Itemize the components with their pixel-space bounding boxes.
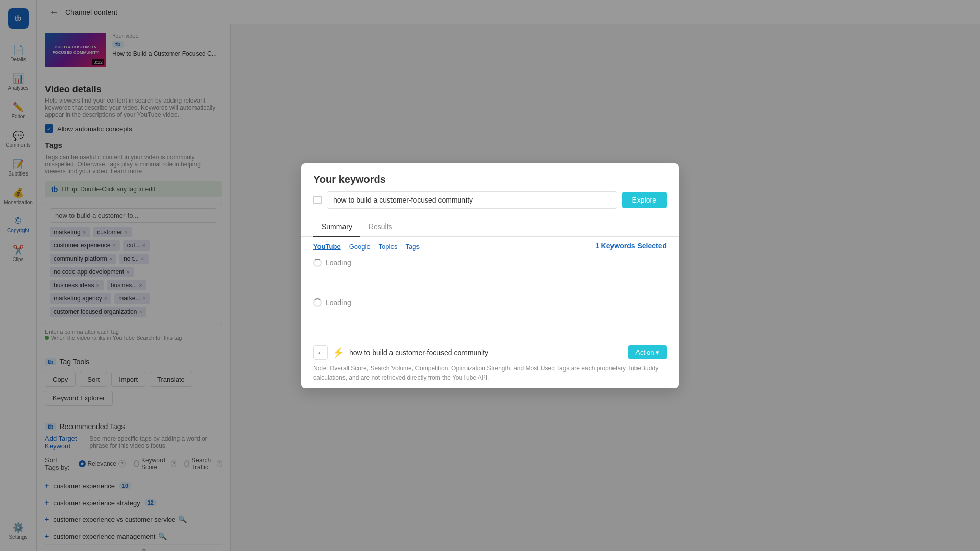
explore-button[interactable]: Explore <box>622 192 667 208</box>
keyword-result-row: ← ⚡ how to build a customer-focused comm… <box>313 345 667 360</box>
keyword-explorer-modal: Your keywords Explore Summary Results 1 … <box>301 163 679 388</box>
modal-header: Your keywords Explore <box>301 163 679 217</box>
keyword-name: how to build a customer-focused communit… <box>349 348 623 357</box>
keyword-checkbox[interactable] <box>313 196 322 204</box>
loading-spinner <box>313 259 322 267</box>
platform-tab-tags[interactable]: Tags <box>405 243 419 251</box>
platform-tab-google[interactable]: Google <box>349 243 371 251</box>
loading-text-2: Loading <box>326 298 351 307</box>
loading-section-1: Loading <box>301 251 679 275</box>
loading-spinner-2 <box>313 298 322 307</box>
modal-overlay: Your keywords Explore Summary Results 1 … <box>0 0 980 551</box>
loading-section-2: Loading <box>301 290 679 315</box>
modal-content: 1 Keywords Selected YouTube Google Topic… <box>301 237 679 339</box>
keyword-icon: ⚡ <box>333 347 344 358</box>
tab-results[interactable]: Results <box>360 217 401 237</box>
loading-text: Loading <box>326 259 351 267</box>
modal-title: Your keywords <box>313 173 667 185</box>
back-button[interactable]: ← <box>313 345 328 360</box>
note-text: Note: Overall Score, Search Volume, Comp… <box>313 364 667 382</box>
tab-summary[interactable]: Summary <box>313 217 360 237</box>
platform-tab-topics[interactable]: Topics <box>379 243 398 251</box>
modal-tabs: Summary Results <box>301 217 679 237</box>
action-button[interactable]: Action ▾ <box>628 345 667 359</box>
platform-tab-youtube[interactable]: YouTube <box>313 243 341 251</box>
keywords-selected-badge: 1 Keywords Selected <box>595 242 667 250</box>
keyword-input[interactable] <box>327 191 617 209</box>
keyword-input-row: Explore <box>313 191 667 209</box>
modal-bottom: ← ⚡ how to build a customer-focused comm… <box>301 339 679 388</box>
